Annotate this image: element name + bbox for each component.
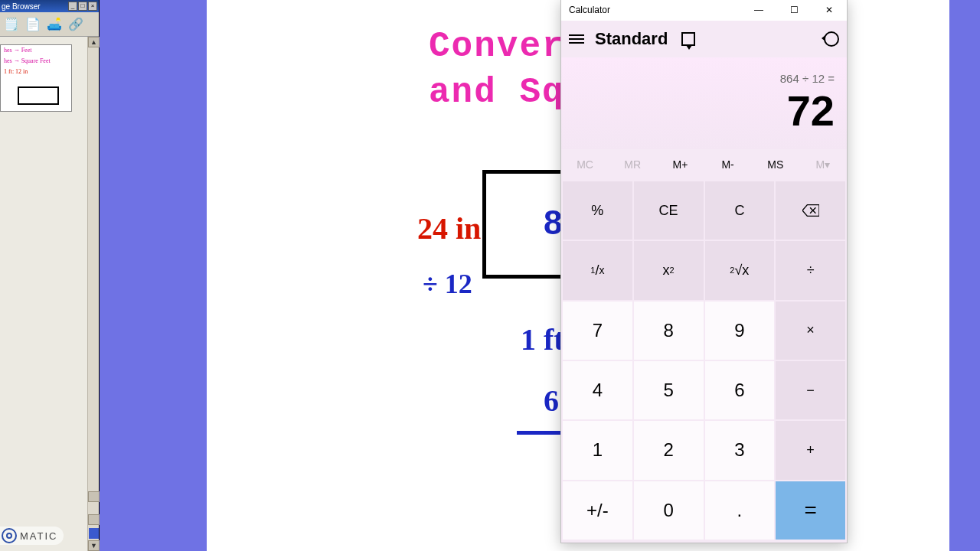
page-browser-thumb-area: hes → Feet hes → Square Feet 1 ft: 12 in… [0, 37, 99, 551]
watermark-text: MATIC [20, 530, 57, 542]
key-equals[interactable]: = [776, 481, 845, 540]
watermark-ring-icon [2, 528, 17, 543]
scroll-up-icon[interactable]: ▲ [88, 37, 100, 47]
scroll-track[interactable] [88, 47, 99, 540]
scroll-thumb-b[interactable] [88, 514, 100, 525]
handwriting-24in: 24 in [417, 210, 481, 246]
page-browser-titlebar[interactable]: ge Browser _ □ × [0, 0, 99, 12]
key-negate[interactable]: +/- [563, 481, 632, 540]
calc-minimize-button[interactable]: — [741, 0, 776, 21]
sticky-note-icon[interactable]: 🗒️ [3, 16, 20, 33]
link-icon[interactable]: 🔗 [67, 16, 84, 33]
calculator-memory-row: MCMRM+M-MSM▾ [561, 149, 847, 180]
page-browser-title: ge Browser [2, 2, 41, 11]
thumb-box [18, 86, 59, 105]
key-reciprocal[interactable]: 1/x [563, 241, 632, 299]
memory-m-[interactable]: M- [704, 149, 752, 180]
history-icon[interactable] [824, 31, 839, 47]
key-sqrt[interactable]: 2√x [705, 241, 775, 299]
page-browser: ge Browser _ □ × 🗒️ 📄 🛋️ 🔗 hes → Feet he… [0, 0, 100, 551]
key-decimal[interactable]: . [705, 481, 775, 540]
scroll-thumb-a[interactable] [88, 491, 100, 502]
calculator-title: Calculator [569, 5, 610, 15]
calculator-mode: Standard [595, 29, 668, 49]
thumb-note: 1 ft: 12 in [1, 67, 71, 77]
calc-close-button[interactable]: ✕ [812, 0, 847, 21]
page-thumbnail[interactable]: hes → Feet hes → Square Feet 1 ft: 12 in [0, 44, 72, 112]
calculator-titlebar[interactable]: Calculator — ☐ ✕ [561, 0, 847, 21]
pb-maximize-button[interactable]: □ [78, 2, 87, 11]
key-digit-3[interactable]: 3 [705, 421, 775, 479]
calculator-result: 72 [573, 90, 835, 132]
key-digit-1[interactable]: 1 [563, 421, 632, 479]
memory-mmenu: M▾ [799, 149, 847, 180]
key-digit-6[interactable]: 6 [705, 361, 775, 419]
pb-minimize-button[interactable]: _ [68, 2, 77, 11]
key-digit-5[interactable]: 5 [634, 361, 704, 419]
calc-maximize-button[interactable]: ☐ [776, 0, 812, 21]
watermark: MATIC [0, 527, 64, 545]
page-browser-scrollbar[interactable]: ▲ ▼ [87, 37, 99, 551]
memory-ms[interactable]: MS [752, 149, 799, 180]
pb-close-button[interactable]: × [88, 2, 97, 11]
thumb-line-1: hes → Feet [1, 45, 71, 56]
memory-m+[interactable]: M+ [656, 149, 704, 180]
calculator-window[interactable]: Calculator — ☐ ✕ Standard 864 ÷ 12 = 72 … [560, 0, 848, 543]
key-minus[interactable]: − [776, 361, 845, 419]
key-square[interactable]: x2 [634, 241, 704, 299]
calculator-header: Standard [561, 21, 847, 57]
calculator-keypad: %CEC1/xx22√x÷789×456−123++/-0.= [561, 180, 847, 543]
scroll-down-icon[interactable]: ▼ [88, 540, 100, 551]
key-multiply[interactable]: × [776, 302, 845, 360]
key-divide[interactable]: ÷ [776, 241, 845, 299]
key-digit-9[interactable]: 9 [705, 302, 775, 360]
memory-mr: MR [609, 149, 656, 180]
memory-mc: MC [561, 149, 609, 180]
key-digit-2[interactable]: 2 [634, 421, 704, 479]
calculator-expression: 864 ÷ 12 = [573, 72, 835, 85]
key-digit-4[interactable]: 4 [563, 361, 632, 419]
key-digit-8[interactable]: 8 [634, 302, 704, 360]
hamburger-icon[interactable] [569, 34, 584, 44]
stage: Converting Inche and Square Inche eet 36… [0, 0, 980, 551]
key-plus[interactable]: + [776, 421, 845, 479]
key-digit-C[interactable]: C [705, 181, 775, 240]
key-digit-7[interactable]: 7 [563, 302, 632, 360]
lamp-icon[interactable]: 🛋️ [46, 16, 63, 33]
handwriting-div12: ÷ 12 [423, 268, 472, 300]
pages-icon[interactable]: 📄 [24, 16, 41, 33]
keep-on-top-icon[interactable] [681, 32, 695, 46]
scroll-pos-indicator [89, 528, 99, 539]
key-digit-CE[interactable]: CE [634, 181, 704, 240]
page-browser-toolbar: 🗒️ 📄 🛋️ 🔗 [0, 12, 99, 37]
thumb-line-2: hes → Square Feet [1, 56, 71, 67]
calculator-display: 864 ÷ 12 = 72 [561, 57, 847, 149]
key-percent[interactable]: % [563, 181, 632, 240]
key-digit-0[interactable]: 0 [634, 481, 704, 540]
key-backspace[interactable] [776, 181, 845, 240]
